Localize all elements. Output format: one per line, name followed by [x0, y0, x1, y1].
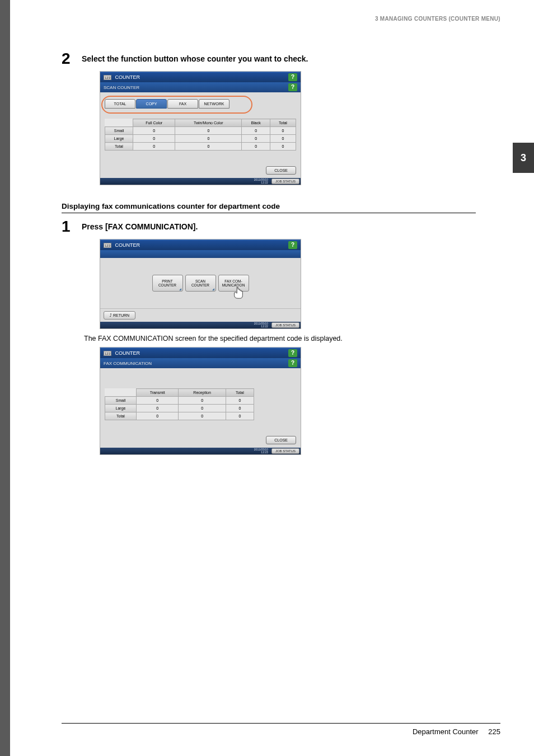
col-reception: Reception: [179, 389, 226, 397]
cell: 0: [226, 412, 254, 420]
col-fullcolor: Full Color: [133, 119, 175, 127]
cell: 0: [242, 143, 270, 151]
row-label: Large: [105, 405, 137, 412]
return-button[interactable]: ⤴ RETURN: [104, 311, 135, 320]
step-2: 2 Select the function button whose count…: [62, 53, 476, 67]
table-row: Total 0 0 0 0: [105, 143, 296, 151]
cell: 0: [226, 405, 254, 412]
row-label: Total: [105, 412, 137, 420]
help-icon-sub[interactable]: ?: [288, 359, 297, 367]
cell: 0: [133, 143, 175, 151]
screen-subtitle: SCAN COUNTER: [104, 85, 139, 90]
col-transmit: Transmit: [137, 389, 179, 397]
tab-fax[interactable]: FAX: [167, 99, 198, 109]
cell: 0: [179, 405, 226, 412]
chevron-icon: [212, 288, 214, 290]
counter-icon: 123: [104, 351, 111, 356]
footer-page-number: 225: [488, 727, 500, 736]
row-label: Total: [105, 143, 133, 151]
timestamp: 2011/05/10 12:22: [254, 322, 268, 328]
counter-icon: 123: [104, 75, 111, 80]
help-icon[interactable]: ?: [288, 241, 297, 249]
cell: 0: [175, 127, 242, 135]
cell: 0: [179, 397, 226, 405]
job-status-button[interactable]: JOB STATUS: [271, 179, 299, 184]
title-text: COUNTER: [115, 74, 140, 80]
job-status-button[interactable]: JOB STATUS: [271, 322, 299, 328]
fax-communication-screen: 123 COUNTER ? FAX COMMUNICATION ? Transm…: [100, 347, 301, 455]
tab-total[interactable]: TOTAL: [105, 99, 135, 109]
screen-title: 123 COUNTER: [104, 74, 140, 80]
cell: 0: [137, 397, 179, 405]
body-text: The FAX COMMUNICATION screen for the spe…: [84, 335, 476, 342]
footer-rule: [62, 723, 500, 724]
return-label: RETURN: [113, 313, 129, 317]
btn-label: PRINT COUNTER: [158, 279, 176, 287]
cell: 0: [270, 127, 296, 135]
step-1-number: 1: [62, 219, 82, 234]
cell: 0: [270, 143, 296, 151]
table-row: Large 0 0 0: [105, 405, 254, 412]
table-row: Small 0 0 0 0: [105, 127, 296, 135]
cell: 0: [175, 143, 242, 151]
function-tabs: TOTAL COPY FAX NETWORK: [105, 99, 296, 109]
col-total: Total: [226, 389, 254, 397]
scan-counter-button[interactable]: SCAN COUNTER: [185, 275, 216, 292]
screen-title: 123 COUNTER: [104, 350, 140, 356]
help-icon[interactable]: ?: [288, 349, 297, 357]
cell: 0: [133, 135, 175, 143]
fax-com-table: Transmit Reception Total Small 0 0 0 Lar…: [105, 388, 254, 420]
cell: 0: [179, 412, 226, 420]
col-twinmono: Twin/Mono Color: [175, 119, 242, 127]
table-row: Small 0 0 0: [105, 397, 254, 405]
table-row: Large 0 0 0 0: [105, 135, 296, 143]
section-heading: Displaying fax communications counter fo…: [62, 202, 476, 213]
screen-title: 123 COUNTER: [104, 242, 140, 248]
scan-counter-screen: 123 COUNTER ? SCAN COUNTER ? TOTAL COPY …: [100, 71, 301, 185]
title-text: COUNTER: [115, 242, 140, 248]
scan-counter-table: Full Color Twin/Mono Color Black Total S…: [105, 119, 296, 151]
step-2-number: 2: [62, 51, 82, 67]
cell: 0: [270, 135, 296, 143]
help-icon-sub[interactable]: ?: [288, 83, 297, 91]
page-footer: Department Counter 225: [413, 727, 500, 736]
col-black: Black: [242, 119, 270, 127]
print-counter-button[interactable]: PRINT COUNTER: [152, 275, 183, 292]
row-label: Small: [105, 397, 137, 405]
chapter-tab: 3: [513, 143, 534, 173]
row-label: Large: [105, 135, 133, 143]
tab-copy[interactable]: COPY: [136, 99, 167, 109]
step-2-text: Select the function button whose counter…: [82, 53, 308, 63]
cell: 0: [175, 135, 242, 143]
cell: 0: [242, 127, 270, 135]
left-margin-bar: [0, 0, 10, 756]
footer-section: Department Counter: [413, 727, 479, 736]
cell: 0: [137, 412, 179, 420]
cell: 0: [133, 127, 175, 135]
tab-network[interactable]: NETWORK: [199, 99, 229, 109]
counter-select-screen: 123 COUNTER ? PRINT COUNTER SCAN COUNTER…: [100, 239, 301, 329]
page-header: 3 MANAGING COUNTERS (COUNTER MENU): [375, 16, 500, 22]
chevron-icon: [179, 288, 181, 290]
timestamp: 2011/05/10 12:22: [254, 179, 268, 184]
cell: 0: [242, 135, 270, 143]
table-row: Total 0 0 0: [105, 412, 254, 420]
counter-icon: 123: [104, 243, 111, 248]
close-button[interactable]: CLOSE: [266, 166, 296, 175]
job-status-button[interactable]: JOB STATUS: [271, 448, 299, 454]
btn-label: SCAN COUNTER: [191, 279, 209, 287]
row-label: Small: [105, 127, 133, 135]
step-1-text: Press [FAX COMMUNICATION].: [82, 221, 198, 231]
cell: 0: [226, 397, 254, 405]
cell: 0: [137, 405, 179, 412]
timestamp: 2011/05/10 12:23: [254, 448, 268, 454]
step-1: 1 Press [FAX COMMUNICATION].: [62, 221, 476, 234]
help-icon[interactable]: ?: [288, 73, 297, 81]
close-button[interactable]: CLOSE: [266, 436, 296, 444]
col-total: Total: [270, 119, 296, 127]
screen-subtitle: FAX COMMUNICATION: [104, 361, 152, 366]
pointer-cursor-icon: [232, 286, 245, 300]
title-text: COUNTER: [115, 350, 140, 356]
